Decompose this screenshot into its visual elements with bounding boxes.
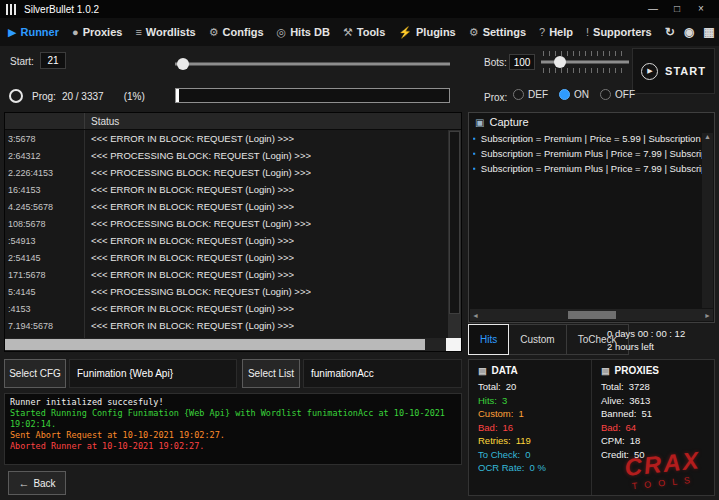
proxies-panel-title: PROXIES — [615, 365, 659, 376]
config-name-field[interactable]: Funimation {Web Api} — [69, 359, 237, 388]
window-title: SilverBullet 1.0.2 — [24, 4, 99, 15]
status-row-id: 4.245:5678 — [5, 198, 85, 215]
status-hscroll-thumb[interactable] — [5, 339, 425, 350]
select-cfg-button[interactable]: Select CFG — [4, 359, 66, 388]
minimize-button[interactable]: — — [641, 0, 665, 18]
status-row-id: 3:5678 — [5, 130, 85, 147]
status-row[interactable]: 7.194:5678<<< ERROR IN BLOCK: REQUEST (L… — [5, 317, 448, 334]
nav-item-help[interactable]: ?Help — [539, 26, 573, 38]
stat-value: 50 — [634, 448, 645, 462]
radio-label: OFF — [615, 89, 635, 100]
capture-vertical-scrollbar[interactable]: ▲ — [702, 133, 713, 308]
prox-radio-on[interactable]: ON — [559, 89, 589, 100]
stat-label: OCR Rate: — [478, 461, 524, 475]
wordlists-icon: ≡ — [135, 26, 141, 38]
maximize-button[interactable]: □ — [665, 0, 689, 18]
status-row[interactable]: 5:4145<<< PROCESSING BLOCK: REQUEST (Log… — [5, 283, 448, 300]
tab-custom[interactable]: Custom — [509, 324, 566, 355]
wordlist-name-field[interactable]: funimationAcc — [303, 359, 462, 388]
nav-item-supporters[interactable]: !Supporters — [586, 26, 652, 38]
camera-icon[interactable]: ◉ — [684, 25, 694, 39]
capture-hscroll-thumb[interactable] — [568, 311, 616, 319]
status-row-message: <<< PROCESSING BLOCK: REQUEST (Login) >>… — [85, 150, 311, 161]
nav-item-settings[interactable]: ⚙Settings — [469, 26, 526, 39]
status-row[interactable]: 171:5678<<< ERROR IN BLOCK: REQUEST (Log… — [5, 266, 448, 283]
capture-bullet-icon: ▪ — [473, 134, 476, 143]
titlebar: SilverBullet 1.0.2 — □ × — [0, 0, 719, 18]
status-row-message: <<< PROCESSING BLOCK: REQUEST (Login) >>… — [85, 167, 311, 178]
tools-icon: ⚒ — [343, 26, 353, 39]
status-column-header[interactable]: Status — [85, 116, 119, 127]
status-row[interactable]: 2:54145<<< ERROR IN BLOCK: REQUEST (Logi… — [5, 249, 448, 266]
status-row-message: <<< ERROR IN BLOCK: REQUEST (Login) >>> — [85, 303, 294, 314]
nav-item-proxies[interactable]: ●Proxies — [72, 26, 122, 38]
progress-indicator[interactable] — [9, 89, 23, 103]
stat-row: Banned:51 — [601, 407, 705, 421]
status-row-message: <<< ERROR IN BLOCK: REQUEST (Login) >>> — [85, 235, 294, 246]
stat-row: Custom:1 — [478, 407, 582, 421]
nav-item-runner[interactable]: ▶Runner — [8, 26, 59, 39]
start-input[interactable]: 21 — [40, 52, 66, 69]
stat-row: OCR Rate:0 % — [478, 461, 582, 475]
id-column-header[interactable] — [5, 113, 85, 129]
proxies-panel: ▤ PROXIES Total:3728Alive:3613Banned:51B… — [591, 360, 714, 495]
status-row[interactable]: :54913<<< ERROR IN BLOCK: REQUEST (Login… — [5, 232, 448, 249]
stat-value: 3 — [502, 394, 507, 408]
close-button[interactable]: × — [689, 0, 713, 18]
prox-label: Prox: — [484, 92, 507, 103]
back-button[interactable]: ← Back — [8, 471, 66, 495]
bots-slider-handle[interactable] — [554, 56, 566, 68]
tab-hits[interactable]: Hits — [468, 324, 509, 355]
stat-value: 64 — [626, 421, 637, 435]
scroll-right-icon[interactable]: ► — [704, 312, 711, 319]
nav-item-tools[interactable]: ⚒Tools — [343, 26, 385, 39]
status-row-id: 171:5678 — [5, 266, 85, 283]
settings-icon: ⚙ — [469, 26, 479, 39]
bots-slider[interactable] — [541, 51, 629, 73]
nav-item-configs[interactable]: ⚙Configs — [209, 26, 264, 39]
status-row-id: 2:54145 — [5, 249, 85, 266]
gamepad-icon[interactable]: ▦ — [703, 25, 714, 39]
stat-row: CPM:18 — [601, 434, 705, 448]
capture-horizontal-scrollbar[interactable]: ◄ ► — [470, 309, 713, 321]
bots-input[interactable]: 100 — [509, 54, 535, 70]
status-row[interactable]: 3:5678<<< ERROR IN BLOCK: REQUEST (Login… — [5, 130, 448, 147]
capture-row-text: Subscription = Premium Plus | Price = 7.… — [481, 148, 707, 159]
status-vscroll-thumb[interactable] — [449, 131, 460, 314]
status-row[interactable]: 16:4153<<< ERROR IN BLOCK: REQUEST (Logi… — [5, 181, 448, 198]
status-row[interactable]: 2.226:4153<<< PROCESSING BLOCK: REQUEST … — [5, 164, 448, 181]
scrollbar-corner — [446, 338, 461, 351]
nav-item-hits-db[interactable]: ◎Hits DB — [277, 26, 330, 39]
start-slider-track — [175, 63, 450, 66]
stat-value: 20 — [506, 380, 517, 394]
status-row[interactable]: 108:5678<<< PROCESSING BLOCK: REQUEST (L… — [5, 215, 448, 232]
prox-radio-def[interactable]: DEF — [513, 89, 548, 100]
prox-radio-off[interactable]: OFF — [600, 89, 635, 100]
history-icon[interactable]: ↻ — [665, 25, 675, 39]
nav-item-wordlists[interactable]: ≡Wordlists — [135, 26, 195, 38]
capture-row[interactable]: ▪Subscription = Premium Plus | Price = 7… — [473, 161, 710, 176]
select-list-button[interactable]: Select List — [242, 359, 300, 388]
start-button[interactable]: ▶ START — [632, 48, 715, 94]
status-row-id: 108:5678 — [5, 215, 85, 232]
start-slider[interactable] — [175, 57, 450, 71]
stat-label: Bad: — [601, 421, 621, 435]
stat-value: 16 — [503, 421, 514, 435]
status-row[interactable]: 4.245:5678<<< ERROR IN BLOCK: REQUEST (L… — [5, 198, 448, 215]
status-vertical-scrollbar[interactable] — [448, 130, 461, 338]
stat-value: 1 — [518, 407, 523, 421]
status-row-message: <<< ERROR IN BLOCK: REQUEST (Login) >>> — [85, 269, 294, 280]
capture-row[interactable]: ▪Subscription = Premium | Price = 5.99 |… — [473, 131, 710, 146]
scroll-up-icon[interactable]: ▲ — [702, 133, 713, 140]
status-row[interactable]: 2:64312<<< PROCESSING BLOCK: REQUEST (Lo… — [5, 147, 448, 164]
start-slider-handle[interactable] — [177, 58, 189, 70]
stat-value: 0 — [525, 448, 530, 462]
stats-panels: ▤ DATA Total:20Hits:3Custom:1Bad:16Retri… — [468, 359, 715, 496]
status-row-message: <<< ERROR IN BLOCK: REQUEST (Login) >>> — [85, 320, 294, 331]
nav-item-plugins[interactable]: ⚡Plugins — [398, 26, 455, 39]
capture-row[interactable]: ▪Subscription = Premium Plus | Price = 7… — [473, 146, 710, 161]
status-row-message: <<< ERROR IN BLOCK: REQUEST (Login) >>> — [85, 133, 294, 144]
scroll-left-icon[interactable]: ◄ — [472, 312, 479, 319]
status-horizontal-scrollbar[interactable] — [5, 338, 461, 351]
status-row[interactable]: :4153<<< ERROR IN BLOCK: REQUEST (Login)… — [5, 300, 448, 317]
